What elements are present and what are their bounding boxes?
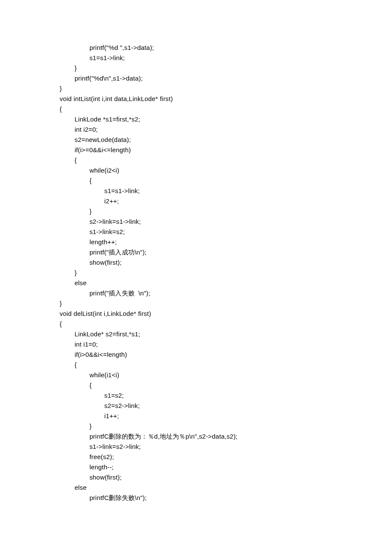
code-line: void intList(int i,int data,LinkLode* fi… bbox=[60, 94, 392, 104]
code-line: length--; bbox=[60, 462, 392, 472]
code-line: printf("%d\n",s1->data); bbox=[60, 73, 392, 84]
code-line: { bbox=[60, 104, 392, 114]
code-line: int i1=0; bbox=[60, 339, 392, 350]
code-line: free(s2); bbox=[60, 452, 392, 462]
code-line: { bbox=[60, 155, 392, 165]
code-line: printf("插入失败 \n"); bbox=[60, 288, 392, 298]
code-line: s1->link=s2->link; bbox=[60, 442, 392, 452]
code-line: s1=s1->link; bbox=[60, 186, 392, 196]
code-line: while(i2<i) bbox=[60, 165, 392, 176]
code-block: printf("%d ",s1->data); s1=s1->link; } p… bbox=[60, 43, 392, 503]
code-line: length++; bbox=[60, 237, 392, 247]
code-line: printfC删除的数为：％d,地址为％p\n",s2->data,s2); bbox=[60, 431, 392, 442]
code-line: s1->link=s2; bbox=[60, 227, 392, 237]
code-line: printf("%d ",s1->data); bbox=[60, 43, 392, 53]
code-line: } bbox=[60, 206, 392, 217]
code-line: int i2=0; bbox=[60, 124, 392, 135]
code-line: } bbox=[60, 63, 392, 73]
code-line: i2++; bbox=[60, 196, 392, 206]
code-line: else bbox=[60, 483, 392, 493]
code-line: } bbox=[60, 421, 392, 431]
code-line: s2=newLode(data); bbox=[60, 135, 392, 145]
code-line: while(i1<i) bbox=[60, 370, 392, 380]
code-line: { bbox=[60, 360, 392, 370]
code-line: } bbox=[60, 84, 392, 94]
code-line: s2->link=s1->link; bbox=[60, 217, 392, 227]
code-line: show(first); bbox=[60, 472, 392, 483]
code-line: printfC删除失败\n"); bbox=[60, 493, 392, 503]
code-line: else bbox=[60, 278, 392, 288]
code-line: show(first); bbox=[60, 257, 392, 268]
code-line: if(i>=0&&i<=length) bbox=[60, 145, 392, 155]
code-line: { bbox=[60, 176, 392, 186]
code-line: void delList(int i,LinkLode* first) bbox=[60, 309, 392, 319]
code-line: i1++; bbox=[60, 411, 392, 421]
code-line: } bbox=[60, 268, 392, 278]
document-page: printf("%d ",s1->data); s1=s1->link; } p… bbox=[0, 0, 392, 555]
code-line: } bbox=[60, 298, 392, 309]
code-line: LinkLode *s1=first,*s2; bbox=[60, 114, 392, 124]
code-line: printf("插入成功\n"); bbox=[60, 247, 392, 257]
code-line: if(i>0&&i<=length) bbox=[60, 350, 392, 360]
code-line: s2=s2->link; bbox=[60, 401, 392, 411]
code-line: { bbox=[60, 380, 392, 390]
code-line: s1=s2; bbox=[60, 390, 392, 401]
code-line: LinkLode* s2=first,*s1; bbox=[60, 329, 392, 339]
code-line: { bbox=[60, 319, 392, 329]
code-line: s1=s1->link; bbox=[60, 53, 392, 63]
